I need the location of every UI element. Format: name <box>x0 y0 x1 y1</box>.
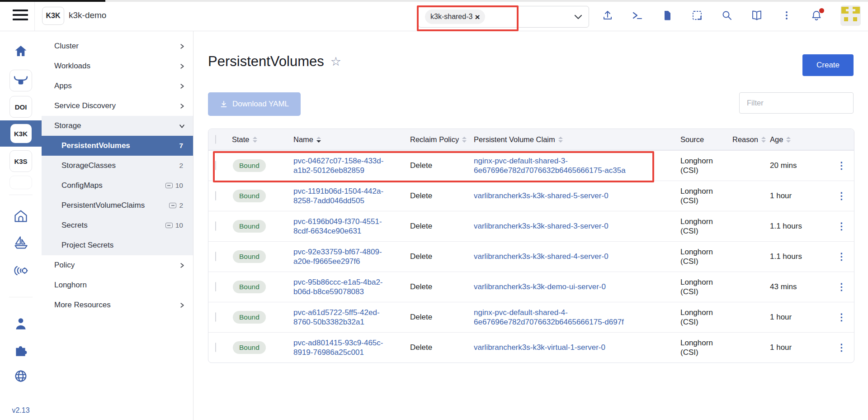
row-checkbox[interactable] <box>215 343 216 352</box>
pvc-link[interactable]: varlibrancherk3s-k3k-shared-3-server-0 <box>474 222 609 230</box>
pvc-link[interactable]: nginx-pvc-default-shared-3-6e67696e782d7… <box>474 157 626 175</box>
extensions-puzzle-icon[interactable] <box>0 343 42 358</box>
sidebar-item-configmaps[interactable]: ConfigMaps 10 <box>42 176 193 196</box>
sidebar-item-secrets[interactable]: Secrets 10 <box>42 215 193 235</box>
pv-name-link[interactable]: pvc-a61d5722-5ff5-42ed-8760-50b3382b32a1 <box>293 308 380 326</box>
search-filter-pill[interactable]: k3k-shared-3 × <box>425 10 485 24</box>
pvc-link[interactable]: varlibrancherk3s-k3k-shared-4-server-0 <box>474 252 609 261</box>
row-kebab-menu-icon[interactable]: ⋮ <box>829 191 854 201</box>
pv-name-link[interactable]: pvc-ad801415-93c9-465c-8919-76986a25c001 <box>293 339 383 357</box>
sidebar-item-storageclasses[interactable]: StorageClasses 2 <box>42 156 193 176</box>
age-cell: 43 mins <box>770 282 829 291</box>
sidebar-item-longhorn[interactable]: Longhorn <box>42 275 193 295</box>
row-checkbox[interactable] <box>215 252 216 261</box>
row-kebab-menu-icon[interactable]: ⋮ <box>829 221 854 232</box>
top-bar: K3K k3k-demo k3k-shared-3 × <box>0 0 868 31</box>
resource-count: 7 <box>179 142 193 150</box>
user-icon[interactable] <box>0 317 42 330</box>
column-header-reclaim-policy[interactable]: Reclaim Policy <box>410 135 474 144</box>
user-avatar[interactable] <box>840 5 861 26</box>
rail-item-k3s[interactable]: K3S <box>0 150 42 172</box>
version-label[interactable]: v2.13 <box>0 406 42 415</box>
pv-name-link[interactable]: pvc-1191b06d-1504-442a-8258-7add046dd505 <box>293 187 383 205</box>
sort-icons <box>316 137 321 143</box>
reclaim-policy-cell: Delete <box>410 313 474 322</box>
sidebar-item-persistentvolumes[interactable]: PersistentVolumes 7 <box>42 136 193 156</box>
row-checkbox[interactable] <box>215 221 216 231</box>
file-icon[interactable] <box>661 10 673 21</box>
sort-icons <box>558 137 563 143</box>
row-kebab-menu-icon[interactable]: ⋮ <box>829 251 854 262</box>
resource-count: 10 <box>165 181 193 190</box>
sidebar-item-label: Secrets <box>61 221 88 230</box>
sidebar-item-storage[interactable]: Storage <box>42 116 193 136</box>
sidebar-item-persistentvolumeclaims[interactable]: PersistentVolumeClaims 2 <box>42 196 193 215</box>
column-header-source[interactable]: Source <box>680 135 732 144</box>
chevron-right-icon <box>179 63 185 69</box>
row-checkbox[interactable] <box>215 161 216 170</box>
status-badge: Bound <box>233 341 266 354</box>
age-cell: 20 mins <box>770 161 829 170</box>
fleet-icon[interactable] <box>0 264 42 277</box>
resource-search-selector[interactable]: k3k-shared-3 × <box>418 6 589 28</box>
select-all-checkbox[interactable] <box>215 135 216 144</box>
row-kebab-menu-icon[interactable]: ⋮ <box>829 160 854 171</box>
column-header-reason[interactable]: Reason <box>732 135 770 144</box>
column-header-age[interactable]: Age <box>770 135 829 144</box>
row-checkbox[interactable] <box>215 191 216 200</box>
download-yaml-button[interactable]: Download YAML <box>208 92 301 116</box>
column-header-state[interactable]: State <box>232 135 293 144</box>
product-logo-badge[interactable]: K3K <box>42 7 64 25</box>
notification-badge-dot <box>819 8 824 13</box>
chevron-down-icon[interactable] <box>574 14 582 19</box>
row-checkbox[interactable] <box>215 312 216 322</box>
sidebar-item-more-resources[interactable]: More Resources <box>42 295 193 315</box>
pv-name-link[interactable]: pvc-6196b049-f370-4551-8cdf-6634ce90e631 <box>293 217 382 235</box>
pv-name-link[interactable]: pvc-95b86ccc-e1a5-4ba2-b06d-b8ce59078083 <box>293 278 383 296</box>
notifications-bell-icon[interactable] <box>811 10 822 21</box>
import-yaml-icon[interactable] <box>691 10 703 21</box>
sort-icons <box>761 137 766 143</box>
boat-icon[interactable] <box>0 235 42 251</box>
rail-item-k3k-active[interactable]: K3K <box>0 120 42 147</box>
filter-input[interactable] <box>739 92 854 114</box>
rail-item-doi[interactable]: DOI <box>0 96 42 118</box>
sidebar-item-label: Service Discovery <box>54 101 116 110</box>
barn-icon[interactable] <box>0 208 42 224</box>
docs-book-icon[interactable] <box>751 10 763 21</box>
sidebar-item-apps[interactable]: Apps <box>42 76 193 96</box>
column-header-name[interactable]: Name <box>293 135 410 144</box>
globe-icon[interactable] <box>0 368 42 384</box>
pvc-link[interactable]: varlibrancherk3s-k3k-virtual-1-server-0 <box>474 343 605 352</box>
kubectl-shell-icon[interactable] <box>632 10 643 21</box>
pv-name-link[interactable]: pvc-04627c07-158e-433d-a1b2-50126eb82859 <box>293 157 383 175</box>
clear-filter-icon[interactable]: × <box>475 13 480 21</box>
menu-toggle-icon[interactable] <box>13 10 28 21</box>
column-header-persistent-volume-claim[interactable]: Persistent Volume Claim <box>474 135 680 144</box>
pvc-link[interactable]: nginx-pvc-default-shared-4-6e67696e782d7… <box>474 308 624 326</box>
favorite-star-icon[interactable]: ☆ <box>330 56 341 68</box>
row-kebab-menu-icon[interactable]: ⋮ <box>829 282 854 292</box>
upload-icon[interactable] <box>602 10 613 21</box>
sidebar-item-policy[interactable]: Policy <box>42 255 193 275</box>
rail-item-virtual-clusters[interactable] <box>0 70 42 91</box>
sort-icons <box>786 137 791 143</box>
search-icon[interactable] <box>721 10 733 21</box>
row-kebab-menu-icon[interactable]: ⋮ <box>829 312 854 323</box>
pvc-link[interactable]: varlibrancherk3s-k3k-shared-5-server-0 <box>474 191 609 200</box>
pvc-link[interactable]: varlibrancherk3s-k3k-demo-ui-server-0 <box>474 282 606 291</box>
sidebar-item-workloads[interactable]: Workloads <box>42 56 193 76</box>
kebab-menu-icon[interactable] <box>781 10 793 21</box>
rail-divider <box>9 195 33 195</box>
pv-name-link[interactable]: pvc-92e33759-bf67-4809-a20e-f9665ee297f6 <box>293 248 382 266</box>
sidebar-item-service-discovery[interactable]: Service Discovery <box>42 96 193 116</box>
row-checkbox[interactable] <box>215 282 216 291</box>
sidebar-item-label: Policy <box>54 261 75 270</box>
sidebar-item-label: PersistentVolumeClaims <box>61 201 145 210</box>
row-kebab-menu-icon[interactable]: ⋮ <box>829 342 854 353</box>
home-icon[interactable] <box>0 44 42 57</box>
sidebar-item-cluster[interactable]: Cluster <box>42 36 193 56</box>
sidebar-item-label: Longhorn <box>54 281 87 290</box>
sidebar-item-project-secrets[interactable]: Project Secrets <box>42 235 193 255</box>
create-button[interactable]: Create <box>802 54 854 76</box>
